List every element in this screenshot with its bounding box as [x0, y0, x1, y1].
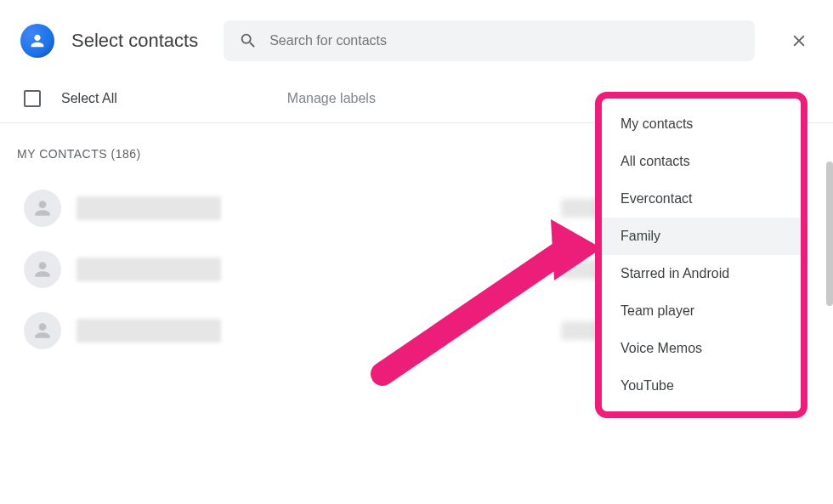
search-input[interactable]	[269, 33, 740, 48]
select-all-checkbox[interactable]	[24, 90, 41, 107]
close-button[interactable]	[782, 24, 816, 58]
contact-name-redacted	[76, 319, 221, 343]
dialog-header: Select contacts	[0, 0, 833, 78]
dropdown-item[interactable]: Family	[602, 218, 801, 255]
select-all-label[interactable]: Select All	[61, 91, 117, 106]
close-icon	[790, 31, 808, 50]
avatar	[24, 251, 61, 288]
contact-name-redacted	[76, 258, 221, 281]
dropdown-item[interactable]: Team player	[602, 292, 801, 330]
dropdown-item[interactable]: YouTube	[602, 367, 801, 405]
dropdown-item[interactable]: Evercontact	[602, 180, 801, 218]
page-title: Select contacts	[71, 30, 198, 52]
manage-labels-button[interactable]: Manage labels	[287, 91, 376, 106]
dropdown-item[interactable]: Starred in Android	[602, 255, 801, 292]
search-field[interactable]	[224, 20, 755, 61]
contacts-logo-icon	[20, 24, 54, 58]
contact-name-redacted	[76, 196, 221, 220]
dropdown-item[interactable]: My contacts	[602, 105, 801, 143]
search-icon	[239, 31, 258, 50]
avatar	[24, 190, 61, 227]
dropdown-item[interactable]: Voice Memos	[602, 330, 801, 367]
avatar	[24, 312, 61, 349]
labels-dropdown: My contactsAll contactsEvercontactFamily…	[595, 92, 808, 418]
dropdown-item[interactable]: All contacts	[602, 143, 801, 180]
scrollbar[interactable]	[826, 161, 833, 306]
